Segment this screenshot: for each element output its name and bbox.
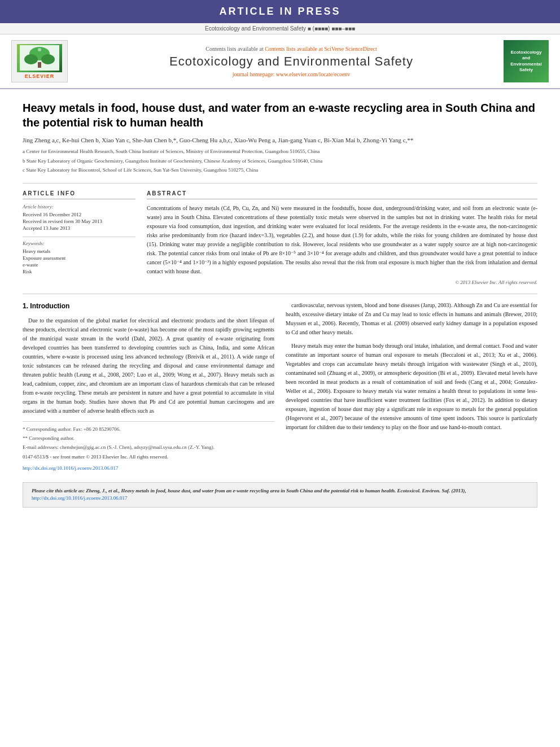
body-right-col: cardiovascular, nervous system, blood an… — [286, 301, 537, 474]
accepted-date: Accepted 13 June 2013 — [23, 225, 135, 231]
homepage-url[interactable]: www.elsevier.com/locate/ecoenv — [276, 71, 351, 77]
footnote-area: * Corresponding author. Fax: +86 20 8529… — [23, 421, 274, 473]
journal-sciverse: Contents lists available at Contents lis… — [79, 46, 504, 52]
affiliation-b: b State Key Laboratory of Organic Geoche… — [23, 158, 537, 165]
keyword-1: Heavy metals — [23, 248, 135, 254]
keyword-2: Exposure assessment — [23, 255, 135, 261]
article-info-heading: ARTICLE INFO — [23, 190, 135, 199]
citation-please-cite: Please cite this article as: Zheng, J., … — [32, 488, 466, 493]
elsevier-logo-image — [17, 44, 62, 72]
body-two-col: 1. Introduction Due to the expansion of … — [23, 301, 537, 474]
received-revised-date: Received in revised form 30 May 2013 — [23, 219, 135, 224]
citation-doi-link[interactable]: http://dx.doi.org/10.1016/j.ecoenv.2013.… — [32, 495, 128, 501]
article-info-panel: ARTICLE INFO Article history: Received 1… — [23, 190, 135, 285]
affiliation-a: a Center for Environmental Health Resear… — [23, 148, 537, 156]
elsevier-logo: ELSEVIER — [11, 40, 68, 82]
keyword-list: Heavy metals Exposure assessment e-waste… — [23, 248, 135, 274]
abstract-text: Concentrations of heavy metals (Cd, Pb, … — [147, 204, 537, 276]
affiliation-c: c State Key Laboratory for Biocontrol, S… — [23, 167, 537, 174]
footnote-doi: http://dx.doi.org/10.1016/j.ecoenv.2013.… — [23, 464, 274, 472]
body-section: 1. Introduction Due to the expansion of … — [23, 294, 537, 474]
journal-center: Contents lists available at Contents lis… — [79, 46, 504, 77]
affiliations: a Center for Environmental Health Resear… — [23, 148, 537, 174]
keywords-label: Keywords: — [23, 237, 135, 246]
abstract-heading: ABSTRACT — [147, 190, 537, 199]
elsevier-wordmark: ELSEVIER — [25, 73, 55, 79]
body-left-col: 1. Introduction Due to the expansion of … — [23, 301, 274, 474]
keyword-4: Risk — [23, 269, 135, 274]
footnote-corresponding1: * Corresponding author. Fax: +86 20 8529… — [23, 425, 274, 433]
svg-point-3 — [41, 54, 55, 64]
article-in-press-banner: ARTICLE IN PRESS — [0, 0, 560, 23]
citation-bar: Please cite this article as: Zheng, J., … — [23, 482, 537, 508]
received-date: Received 16 December 2012 — [23, 212, 135, 217]
keyword-3: e-waste — [23, 262, 135, 268]
journal-title: Ecotoxicology and Environmental Safety — [79, 54, 504, 69]
journal-header: ELSEVIER Contents lists available at Con… — [0, 34, 560, 89]
svg-point-2 — [24, 54, 38, 64]
article-title: Heavy metals in food, house dust, and wa… — [23, 101, 537, 130]
intro-paragraph-2: cardiovascular, nervous system, blood an… — [286, 301, 537, 337]
footnote-issn: 0147-6513/$ - see front matter © 2013 El… — [23, 453, 274, 461]
footnote-emails: E-mail addresses: chenshejun@gig.ac.cn (… — [23, 443, 274, 451]
journal-top-bar: Ecotoxicology and Environmental Safety ■… — [0, 23, 560, 34]
article-history-label: Article history: — [23, 204, 135, 209]
svg-point-5 — [38, 48, 41, 51]
intro-paragraph-1: Due to the expansion of the global marke… — [23, 316, 274, 416]
introduction-heading: 1. Introduction — [23, 301, 274, 312]
journal-homepage: journal homepage: www.elsevier.com/locat… — [79, 71, 504, 77]
journal-logo-right: Ecotoxicology and Environmental Safety — [504, 40, 549, 82]
svg-rect-4 — [38, 62, 41, 68]
article-info-abstract-section: ARTICLE INFO Article history: Received 1… — [23, 183, 537, 285]
article-dates: Received 16 December 2012 Received in re… — [23, 212, 135, 231]
sciverse-link[interactable]: Contents lists available at SciVerse Sci… — [265, 46, 377, 52]
footnote-corresponding2: ** Corresponding author. — [23, 434, 274, 442]
article-content: Heavy metals in food, house dust, and wa… — [0, 89, 560, 519]
copyright-line: © 2013 Elsevier Inc. All rights reserved… — [147, 279, 537, 285]
authors: Jing Zheng a,c, Ke-hui Chen b, Xiao Yan … — [23, 137, 537, 143]
intro-paragraph-3: Heavy metals may enter the human body th… — [286, 342, 537, 432]
abstract-section: ABSTRACT Concentrations of heavy metals … — [147, 190, 537, 285]
